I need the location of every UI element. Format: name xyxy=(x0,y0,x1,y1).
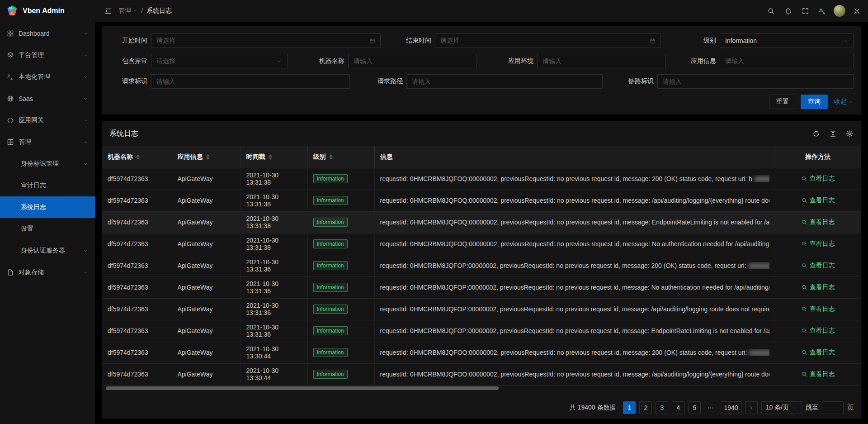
calendar-icon xyxy=(369,38,375,44)
search-icon xyxy=(801,219,807,225)
column-header-machine-name[interactable]: 机器名称 xyxy=(102,146,172,168)
level-select[interactable]: Information xyxy=(720,33,854,48)
sidebar-item-audit-log[interactable]: 审计日志 xyxy=(0,175,95,196)
collapse-form-button[interactable]: 收起 xyxy=(834,98,854,106)
chevron-up-icon xyxy=(849,100,854,105)
query-button[interactable]: 查询 xyxy=(801,95,828,109)
logo[interactable]: Vben Admin xyxy=(0,0,95,22)
page-button-1[interactable]: 1 xyxy=(623,401,636,414)
fullscreen-button[interactable] xyxy=(797,0,814,22)
cell-message: requestId: 0HMCRBM8JQFOO:00000002, previ… xyxy=(374,363,775,385)
cell-app-info: ApiGateWay xyxy=(172,255,241,276)
include-exception-select[interactable]: 请选择 xyxy=(151,54,288,68)
column-header-timestamp[interactable]: 时间戳 xyxy=(241,146,307,168)
cell-level: Information xyxy=(307,211,374,233)
sidebar-item-object-storage[interactable]: 对象存储 xyxy=(0,262,95,283)
sidebar-item-label: 应用网关 xyxy=(19,116,83,124)
form-field-app-env: 应用环境 xyxy=(495,54,665,68)
sidebar-item-platform-management[interactable]: 平台管理 xyxy=(0,44,95,66)
user-avatar-button[interactable] xyxy=(831,0,848,22)
sidebar-item-saas[interactable]: Saas xyxy=(0,88,95,110)
form-row: 开始时间请选择结束时间请选择级别Information xyxy=(109,33,854,48)
cell-action: 查看日志 xyxy=(775,363,861,385)
end-time-picker[interactable]: 请选择 xyxy=(435,33,661,48)
refresh-icon[interactable] xyxy=(812,130,820,138)
translate-button[interactable]: 文A xyxy=(814,0,831,22)
view-log-button[interactable]: 查看日志 xyxy=(801,218,835,226)
view-log-button[interactable]: 查看日志 xyxy=(801,262,835,270)
field-label: 应用环境 xyxy=(495,57,537,65)
sidebar-item-label: 身份标识管理 xyxy=(21,160,83,168)
page-button-1940[interactable]: 1940 xyxy=(721,401,741,414)
request-path-input[interactable] xyxy=(406,74,603,89)
notification-button[interactable] xyxy=(779,0,797,22)
view-log-button[interactable]: 查看日志 xyxy=(801,175,835,183)
view-log-button[interactable]: 查看日志 xyxy=(801,283,835,291)
cell-timestamp: 2021-10-30 13:31:36 xyxy=(241,320,307,342)
sidebar-item-admin[interactable]: 管理 xyxy=(0,131,95,153)
view-log-button[interactable]: 查看日志 xyxy=(801,370,835,378)
column-header-app-info[interactable]: 应用信息 xyxy=(172,146,241,168)
table-settings-icon[interactable] xyxy=(846,130,854,138)
view-log-button[interactable]: 查看日志 xyxy=(801,305,835,313)
vben-logo-icon xyxy=(6,5,19,17)
cell-app-info: ApiGateWay xyxy=(172,363,241,385)
cell-app-info: ApiGateWay xyxy=(172,342,241,363)
page-button-4[interactable]: 4 xyxy=(672,401,684,414)
view-log-button[interactable]: 查看日志 xyxy=(801,327,835,335)
storage-icon xyxy=(7,269,14,276)
cell-machine-name: df5974d72363 xyxy=(102,168,172,190)
sidebar-item-auth-server[interactable]: 身份认证服务器 xyxy=(0,240,95,262)
cell-timestamp: 2021-10-30 13:30:44 xyxy=(241,342,307,363)
level-badge: Information xyxy=(313,348,348,357)
breadcrumb-item-admin[interactable]: 管理 xyxy=(118,7,137,15)
avatar xyxy=(834,5,845,17)
table-row: df5974d72363ApiGateWay2021-10-30 13:31:3… xyxy=(102,298,861,320)
app-info-input[interactable] xyxy=(720,54,854,68)
sort-icon[interactable] xyxy=(136,154,140,160)
sidebar-item-settings[interactable]: 设置 xyxy=(0,218,95,240)
page-size-select[interactable]: 10 条/页 xyxy=(761,401,802,414)
app-env-input[interactable] xyxy=(537,54,665,68)
form-field-request-path: 请求路径 xyxy=(365,74,603,89)
sidebar-item-app-gateway[interactable]: 应用网关 xyxy=(0,110,95,131)
sidebar-item-label: 对象存储 xyxy=(19,268,83,276)
app-title: Vben Admin xyxy=(23,7,65,15)
search-form-rows: 开始时间请选择结束时间请选择级别Information包含异常请选择机器名称应用… xyxy=(109,33,854,89)
view-log-button[interactable]: 查看日志 xyxy=(801,240,835,248)
next-page-button[interactable] xyxy=(745,401,758,414)
breadcrumb-item-current: 系统日志 xyxy=(146,7,172,15)
translate-icon: 文A xyxy=(819,7,826,15)
sidebar-item-identity-management[interactable]: 身份标识管理 xyxy=(0,153,95,175)
start-time-picker[interactable]: 请选择 xyxy=(151,33,381,48)
sidebar-item-system-log[interactable]: 系统日志 xyxy=(0,196,95,218)
search-form-panel: 开始时间请选择结束时间请选择级别Information包含异常请选择机器名称应用… xyxy=(102,26,861,114)
machine-name-input[interactable] xyxy=(348,54,476,68)
horizontal-scrollbar[interactable] xyxy=(104,386,859,390)
cell-action: 查看日志 xyxy=(775,190,861,211)
column-height-icon[interactable] xyxy=(829,130,837,138)
cell-level: Information xyxy=(307,233,374,255)
page-button-2[interactable]: 2 xyxy=(639,401,652,414)
header-actions: 文A xyxy=(762,0,865,22)
request-id-input[interactable] xyxy=(151,74,350,89)
search-button[interactable] xyxy=(762,0,779,22)
sort-icon[interactable] xyxy=(329,154,333,160)
page-button-3[interactable]: 3 xyxy=(656,401,668,414)
sidebar-item-dashboard[interactable]: Dashboard xyxy=(0,23,95,44)
column-header-level[interactable]: 级别 xyxy=(307,146,374,168)
sidebar-item-localization-management[interactable]: 文A本地化管理 xyxy=(0,66,95,88)
settings-button[interactable] xyxy=(848,0,865,22)
page-button-5[interactable]: 5 xyxy=(688,401,701,414)
sort-icon[interactable] xyxy=(206,154,210,160)
page-jump-input[interactable] xyxy=(822,401,844,414)
scrollbar-thumb[interactable] xyxy=(106,386,499,390)
sidebar-collapse-icon[interactable] xyxy=(101,0,115,22)
reset-button[interactable]: 重置 xyxy=(769,95,796,109)
view-log-button[interactable]: 查看日志 xyxy=(801,196,835,205)
view-log-button[interactable]: 查看日志 xyxy=(801,348,835,357)
sidebar-item-label: 设置 xyxy=(21,225,88,233)
sort-icon[interactable] xyxy=(269,154,272,160)
sidebar-item-label: Dashboard xyxy=(19,30,83,37)
trace-id-input[interactable] xyxy=(657,74,854,89)
